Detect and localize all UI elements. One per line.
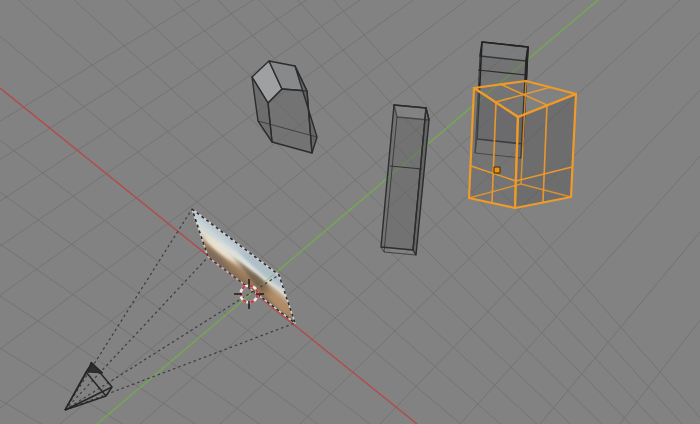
mesh-tall-box[interactable] bbox=[381, 105, 429, 255]
blender-3d-viewport[interactable] bbox=[0, 0, 700, 424]
grid bbox=[0, 0, 700, 424]
mesh-house-prism[interactable] bbox=[252, 61, 317, 153]
mesh-cube-selected[interactable] bbox=[469, 81, 576, 208]
camera-frustum-lines bbox=[65, 209, 295, 410]
origin-dot bbox=[494, 167, 500, 173]
viewport-canvas[interactable] bbox=[0, 0, 700, 424]
